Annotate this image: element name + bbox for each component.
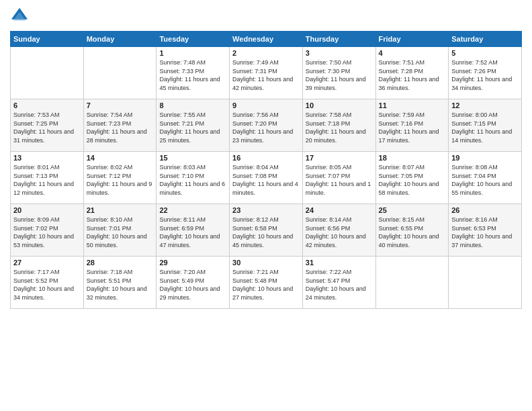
day-number: 7 (87, 101, 154, 109)
calendar-cell: 16Sunrise: 8:04 AMSunset: 7:08 PMDayligh… (230, 152, 303, 204)
day-header-friday: Friday (375, 32, 449, 47)
calendar-cell: 18Sunrise: 8:07 AMSunset: 7:05 PMDayligh… (375, 152, 449, 204)
day-info: Sunrise: 8:11 AMSunset: 6:59 PMDaylight:… (159, 216, 226, 249)
day-number: 14 (87, 154, 154, 162)
calendar-cell: 2Sunrise: 7:49 AMSunset: 7:31 PMDaylight… (230, 47, 303, 99)
day-header-monday: Monday (83, 32, 157, 47)
header (10, 7, 522, 26)
day-number: 3 (306, 49, 373, 57)
day-header-tuesday: Tuesday (157, 32, 230, 47)
day-number: 1 (159, 49, 226, 57)
day-number: 22 (159, 206, 226, 214)
calendar-cell: 14Sunrise: 8:02 AMSunset: 7:12 PMDayligh… (83, 152, 157, 204)
calendar-cell: 12Sunrise: 8:00 AMSunset: 7:15 PMDayligh… (449, 99, 522, 152)
day-number: 28 (87, 259, 154, 267)
day-info: Sunrise: 7:17 AMSunset: 5:52 PMDaylight:… (13, 268, 81, 302)
calendar-cell: 17Sunrise: 8:05 AMSunset: 7:07 PMDayligh… (302, 152, 375, 204)
day-number: 18 (379, 154, 446, 162)
day-number: 23 (232, 206, 300, 214)
day-info: Sunrise: 8:08 AMSunset: 7:04 PMDaylight:… (451, 163, 519, 197)
day-number: 10 (306, 101, 373, 109)
calendar-cell: 15Sunrise: 8:03 AMSunset: 7:10 PMDayligh… (157, 152, 230, 204)
day-header-wednesday: Wednesday (230, 32, 303, 47)
day-info: Sunrise: 8:05 AMSunset: 7:07 PMDaylight:… (306, 163, 373, 197)
day-number: 5 (451, 49, 519, 57)
day-number: 13 (13, 154, 81, 162)
day-info: Sunrise: 8:15 AMSunset: 6:55 PMDaylight:… (379, 216, 446, 249)
day-info: Sunrise: 8:12 AMSunset: 6:58 PMDaylight:… (232, 216, 300, 249)
calendar-cell (375, 257, 449, 309)
calendar-cell: 27Sunrise: 7:17 AMSunset: 5:52 PMDayligh… (11, 257, 84, 309)
day-number: 8 (159, 101, 226, 109)
day-info: Sunrise: 8:10 AMSunset: 7:01 PMDaylight:… (87, 216, 154, 249)
calendar-cell: 25Sunrise: 8:15 AMSunset: 6:55 PMDayligh… (375, 204, 449, 257)
calendar-cell: 29Sunrise: 7:20 AMSunset: 5:49 PMDayligh… (157, 257, 230, 309)
day-number: 11 (379, 101, 446, 109)
calendar-cell (83, 47, 157, 99)
day-info: Sunrise: 7:18 AMSunset: 5:51 PMDaylight:… (87, 268, 154, 302)
calendar-cell (11, 47, 84, 99)
calendar-cell: 20Sunrise: 8:09 AMSunset: 7:02 PMDayligh… (11, 204, 84, 257)
day-number: 20 (13, 206, 81, 214)
calendar-cell: 13Sunrise: 8:01 AMSunset: 7:13 PMDayligh… (11, 152, 84, 204)
calendar-cell: 28Sunrise: 7:18 AMSunset: 5:51 PMDayligh… (83, 257, 157, 309)
calendar-cell: 11Sunrise: 7:59 AMSunset: 7:16 PMDayligh… (375, 99, 449, 152)
day-number: 26 (451, 206, 519, 214)
day-info: Sunrise: 7:49 AMSunset: 7:31 PMDaylight:… (232, 58, 300, 92)
week-row-2: 6Sunrise: 7:53 AMSunset: 7:25 PMDaylight… (11, 99, 522, 152)
day-number: 29 (159, 259, 226, 267)
day-number: 24 (306, 206, 373, 214)
day-info: Sunrise: 7:51 AMSunset: 7:28 PMDaylight:… (379, 58, 446, 92)
day-info: Sunrise: 7:50 AMSunset: 7:30 PMDaylight:… (306, 58, 373, 92)
day-number: 19 (451, 154, 519, 162)
day-number: 15 (159, 154, 226, 162)
calendar-cell: 31Sunrise: 7:22 AMSunset: 5:47 PMDayligh… (302, 257, 375, 309)
day-info: Sunrise: 8:00 AMSunset: 7:15 PMDaylight:… (451, 111, 519, 144)
day-header-saturday: Saturday (449, 32, 522, 47)
logo (10, 7, 32, 26)
calendar-cell: 10Sunrise: 7:58 AMSunset: 7:18 PMDayligh… (302, 99, 375, 152)
day-info: Sunrise: 8:14 AMSunset: 6:56 PMDaylight:… (306, 216, 373, 249)
calendar-cell: 21Sunrise: 8:10 AMSunset: 7:01 PMDayligh… (83, 204, 157, 257)
calendar-cell: 22Sunrise: 8:11 AMSunset: 6:59 PMDayligh… (157, 204, 230, 257)
calendar-cell: 5Sunrise: 7:52 AMSunset: 7:26 PMDaylight… (449, 47, 522, 99)
day-number: 16 (232, 154, 300, 162)
calendar-header-row: SundayMondayTuesdayWednesdayThursdayFrid… (11, 32, 522, 47)
day-number: 30 (232, 259, 300, 267)
calendar-cell: 19Sunrise: 8:08 AMSunset: 7:04 PMDayligh… (449, 152, 522, 204)
day-info: Sunrise: 7:20 AMSunset: 5:49 PMDaylight:… (159, 268, 226, 302)
day-info: Sunrise: 7:48 AMSunset: 7:33 PMDaylight:… (159, 58, 226, 92)
week-row-3: 13Sunrise: 8:01 AMSunset: 7:13 PMDayligh… (11, 152, 522, 204)
day-number: 25 (379, 206, 446, 214)
day-number: 27 (13, 259, 81, 267)
day-info: Sunrise: 7:56 AMSunset: 7:20 PMDaylight:… (232, 111, 300, 144)
day-info: Sunrise: 8:16 AMSunset: 6:53 PMDaylight:… (451, 216, 519, 249)
week-row-5: 27Sunrise: 7:17 AMSunset: 5:52 PMDayligh… (11, 257, 522, 309)
day-info: Sunrise: 8:09 AMSunset: 7:02 PMDaylight:… (13, 216, 81, 249)
day-info: Sunrise: 7:54 AMSunset: 7:23 PMDaylight:… (87, 111, 154, 144)
day-info: Sunrise: 7:59 AMSunset: 7:16 PMDaylight:… (379, 111, 446, 144)
day-number: 21 (87, 206, 154, 214)
day-info: Sunrise: 8:04 AMSunset: 7:08 PMDaylight:… (232, 163, 300, 197)
day-number: 6 (13, 101, 81, 109)
day-number: 2 (232, 49, 300, 57)
day-number: 31 (306, 259, 373, 267)
calendar-cell: 30Sunrise: 7:21 AMSunset: 5:48 PMDayligh… (230, 257, 303, 309)
calendar-cell: 4Sunrise: 7:51 AMSunset: 7:28 PMDaylight… (375, 47, 449, 99)
day-info: Sunrise: 7:58 AMSunset: 7:18 PMDaylight:… (306, 111, 373, 144)
day-header-thursday: Thursday (302, 32, 375, 47)
calendar-cell: 3Sunrise: 7:50 AMSunset: 7:30 PMDaylight… (302, 47, 375, 99)
day-info: Sunrise: 7:22 AMSunset: 5:47 PMDaylight:… (306, 268, 373, 302)
day-info: Sunrise: 8:02 AMSunset: 7:12 PMDaylight:… (87, 163, 154, 197)
calendar-cell (449, 257, 522, 309)
day-info: Sunrise: 8:01 AMSunset: 7:13 PMDaylight:… (13, 163, 81, 197)
logo-icon (10, 7, 29, 26)
calendar-cell: 26Sunrise: 8:16 AMSunset: 6:53 PMDayligh… (449, 204, 522, 257)
calendar-table: SundayMondayTuesdayWednesdayThursdayFrid… (10, 31, 522, 309)
day-info: Sunrise: 8:07 AMSunset: 7:05 PMDaylight:… (379, 163, 446, 197)
day-info: Sunrise: 7:21 AMSunset: 5:48 PMDaylight:… (232, 268, 300, 302)
week-row-4: 20Sunrise: 8:09 AMSunset: 7:02 PMDayligh… (11, 204, 522, 257)
calendar-cell: 1Sunrise: 7:48 AMSunset: 7:33 PMDaylight… (157, 47, 230, 99)
day-number: 12 (451, 101, 519, 109)
calendar-cell: 24Sunrise: 8:14 AMSunset: 6:56 PMDayligh… (302, 204, 375, 257)
